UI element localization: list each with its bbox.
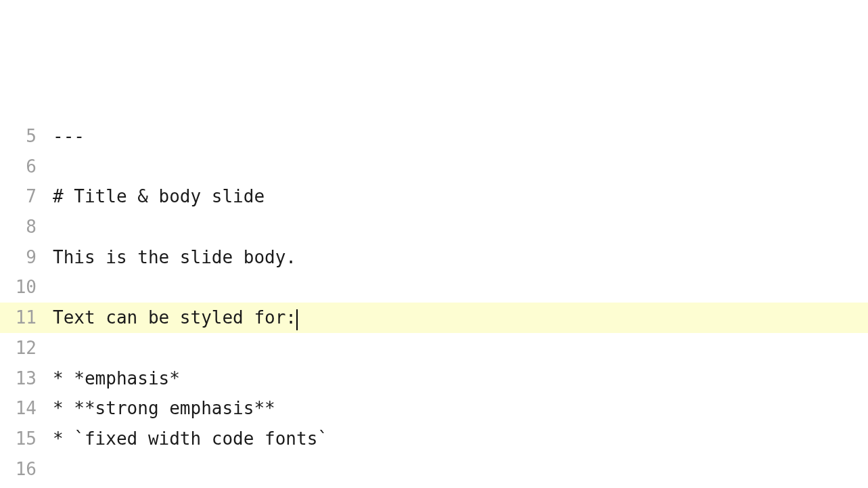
line-number: 13 (0, 363, 46, 394)
line-content[interactable]: Slides :heart: [links](https://developer… (46, 485, 868, 489)
editor-line[interactable]: 6 (0, 152, 868, 182)
editor-line[interactable]: 11Text can be styled for: (0, 303, 868, 333)
editor-line[interactable]: 17Slides :heart: [links](https://develop… (0, 485, 868, 489)
line-number: 16 (0, 454, 46, 485)
line-number: 12 (0, 333, 46, 363)
editor-line[interactable]: 8 (0, 212, 868, 242)
line-number: 8 (0, 212, 46, 242)
line-number: 10 (0, 272, 46, 303)
editor-line[interactable]: 10 (0, 272, 868, 303)
line-number: 6 (0, 152, 46, 182)
text-cursor (296, 309, 298, 330)
line-content[interactable]: This is the slide body. (46, 242, 868, 273)
editor-line[interactable]: 12 (0, 333, 868, 363)
editor-line[interactable]: 5--- (0, 121, 868, 152)
line-content[interactable]: --- (46, 121, 868, 152)
code-editor[interactable]: 5---67# Title & body slide89This is the … (0, 121, 868, 488)
line-content[interactable]: * `fixed width code fonts` (46, 424, 868, 454)
line-content[interactable]: * **strong emphasis** (46, 393, 868, 424)
editor-line[interactable]: 15* `fixed width code fonts` (0, 424, 868, 454)
line-content[interactable]: * *emphasis* (46, 363, 868, 394)
editor-line[interactable]: 9This is the slide body. (0, 242, 868, 273)
line-number: 14 (0, 393, 46, 424)
line-number: 9 (0, 242, 46, 273)
editor-line[interactable]: 13* *emphasis* (0, 363, 868, 394)
editor-line[interactable]: 16 (0, 454, 868, 485)
line-number: 11 (0, 303, 46, 333)
line-number: 17 (0, 485, 46, 489)
line-content[interactable]: # Title & body slide (46, 181, 868, 212)
line-number: 15 (0, 424, 46, 454)
line-number: 7 (0, 181, 46, 212)
line-content[interactable]: Text can be styled for: (46, 303, 868, 333)
line-number: 5 (0, 121, 46, 152)
editor-line[interactable]: 7# Title & body slide (0, 181, 868, 212)
editor-line[interactable]: 14* **strong emphasis** (0, 393, 868, 424)
